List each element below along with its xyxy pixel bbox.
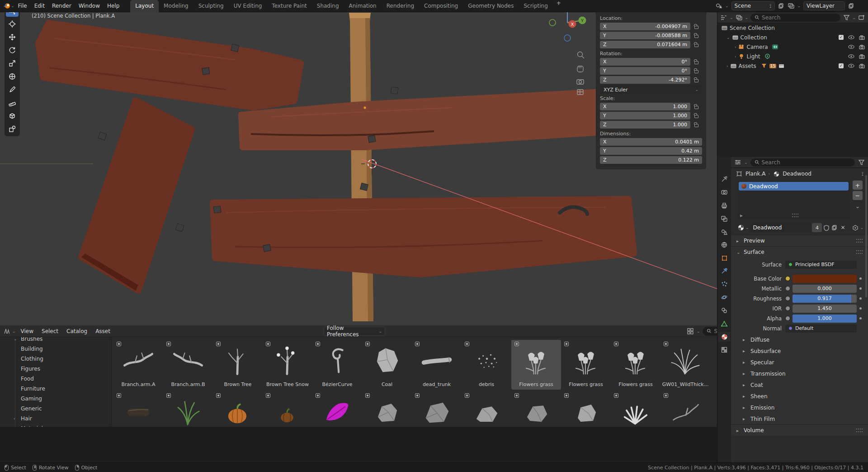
tab-physics[interactable] [718, 292, 730, 302]
section-subsurface[interactable]: ▸Subsurface [731, 345, 868, 357]
chevron-down-icon[interactable]: ⌄ [730, 15, 733, 20]
catalog-hair[interactable]: ›Hair [0, 414, 111, 424]
unlink-button[interactable]: ✕ [839, 224, 846, 231]
add-slot-button[interactable]: + [853, 181, 863, 190]
panel-preview[interactable]: ▸Preview [731, 235, 868, 246]
properties-search[interactable] [750, 158, 855, 167]
lock-icon[interactable] [694, 26, 698, 29]
tab-geometry-nodes[interactable]: Geometry Nodes [463, 0, 519, 12]
tab-sculpting[interactable]: Sculpting [193, 0, 229, 12]
hide-eye-icon[interactable] [848, 53, 854, 60]
asset-tile[interactable] [362, 391, 412, 427]
exclude-checkbox[interactable]: ✓ [839, 63, 844, 68]
asset-tile[interactable] [263, 391, 312, 427]
dimensions-x-field[interactable]: X0.0401 m [600, 138, 702, 146]
dimensions-y-field[interactable]: Y0.42 m [600, 147, 702, 155]
section-thin-film[interactable]: ▸Thin Film [731, 413, 868, 424]
lock-icon[interactable] [694, 115, 698, 118]
menu-window[interactable]: Window [75, 2, 104, 10]
slot-specials-button[interactable]: ⌄ [853, 201, 863, 210]
tab-shading[interactable]: Shading [312, 0, 344, 12]
lock-icon[interactable] [694, 70, 698, 73]
asset-tile[interactable] [113, 391, 163, 427]
outliner-row-camera[interactable]: › Camera [717, 42, 868, 52]
panel-grip[interactable] [856, 250, 863, 254]
lock-icon[interactable] [694, 44, 698, 47]
base-color-swatch[interactable] [793, 275, 857, 283]
chevron-down-icon[interactable]: ⌄ [11, 4, 14, 8]
ior-slider[interactable]: 1.450 [793, 305, 857, 313]
render-visibility-icon[interactable] [859, 62, 865, 69]
panel-grip[interactable] [856, 429, 863, 432]
catalog-furniture[interactable]: Furniture [0, 384, 111, 394]
menu-edit[interactable]: Edit [31, 2, 48, 10]
menu-render[interactable]: Render [48, 2, 75, 10]
tab-material[interactable] [718, 332, 730, 342]
material-name-field[interactable]: Deadwood [750, 223, 811, 232]
expand-icon[interactable]: › [735, 45, 736, 49]
filter-icon[interactable] [858, 159, 865, 166]
panel-surface[interactable]: ⌄Surface [731, 247, 868, 257]
properties-search-input[interactable] [762, 159, 825, 166]
properties-icon[interactable] [734, 159, 741, 166]
hide-eye-icon[interactable] [848, 43, 854, 50]
pin-icon[interactable]: ⟟ [769, 3, 771, 9]
breadcrumb-material[interactable]: Deadwood [783, 171, 811, 177]
alpha-slider[interactable]: 1.000 [793, 315, 857, 323]
scene-name-field[interactable]: Scene⟟ [731, 1, 775, 10]
normal-field[interactable]: Default [785, 324, 857, 333]
asset-tile[interactable] [660, 391, 710, 427]
tab-object[interactable] [718, 253, 730, 263]
tab-scene[interactable] [718, 227, 730, 237]
outliner-search[interactable] [750, 14, 840, 22]
location-z-field[interactable]: Z0.071604 m [600, 41, 690, 48]
transform-tool[interactable] [6, 70, 19, 82]
tab-render[interactable] [718, 187, 730, 197]
chevron-down-icon[interactable]: ⌄ [745, 225, 749, 230]
catalog-building[interactable]: Building [0, 344, 111, 354]
tab-animation[interactable]: Animation [344, 0, 382, 12]
editor-type-icon[interactable] [3, 328, 10, 335]
outliner-row-scene-collection[interactable]: Scene Collection [717, 23, 868, 33]
tab-modifiers[interactable] [718, 266, 730, 276]
section-transmission[interactable]: ▸Transmission [731, 368, 868, 379]
menu-select[interactable]: Select [38, 328, 61, 335]
copy-icon[interactable] [831, 224, 838, 231]
scale-z-field[interactable]: Z1.000 [600, 121, 690, 129]
tab-particles[interactable] [718, 279, 730, 289]
outliner-row-light[interactable]: › Light [717, 52, 868, 61]
display-mode-icon[interactable] [720, 14, 727, 21]
animate-dot-icon[interactable] [859, 287, 862, 290]
rotation-z-field[interactable]: Z-4.292° [600, 76, 690, 84]
dimensions-z-field[interactable]: Z0.122 m [600, 156, 702, 164]
expand-icon[interactable]: ⌄ [726, 35, 730, 40]
copy-icon[interactable] [848, 2, 855, 10]
asset-tile[interactable] [312, 391, 362, 427]
asset-tile[interactable] [611, 391, 660, 427]
expand-icon[interactable]: › [735, 54, 736, 59]
animate-dot-icon[interactable] [859, 297, 862, 300]
tab-output[interactable] [718, 200, 730, 210]
metallic-slider[interactable]: 0.000 [793, 285, 857, 293]
catalog-food[interactable]: Food [0, 374, 111, 384]
rotation-mode-dropdown[interactable]: XYZ Euler⌄ [600, 86, 702, 94]
catalog-material[interactable]: Material [0, 424, 111, 427]
outliner-row-assets[interactable]: › Assets 15 ✓ [717, 61, 868, 71]
users-count-button[interactable]: 4 [812, 223, 822, 232]
panel-grip[interactable] [856, 239, 863, 243]
location-x-field[interactable]: X-0.004907 m [600, 23, 690, 30]
remove-slot-button[interactable]: − [853, 191, 863, 200]
asset-tile[interactable] [462, 391, 511, 427]
lock-icon[interactable] [694, 35, 698, 38]
section-emission[interactable]: ▸Emission [731, 402, 868, 413]
tab-compositing[interactable]: Compositing [419, 0, 463, 12]
lock-icon[interactable] [694, 79, 698, 82]
tab-constraints[interactable] [718, 305, 730, 315]
outliner-row-collection[interactable]: ⌄ Collection ✓ [717, 33, 868, 42]
tab-texture[interactable] [718, 345, 730, 355]
annotate-tool[interactable] [6, 83, 19, 95]
menu-catalog[interactable]: Catalog [63, 328, 90, 335]
panel-volume[interactable]: ▸Volume [731, 425, 868, 436]
animate-dot-icon[interactable] [859, 317, 862, 319]
surface-shader-field[interactable]: Principled BSDF [785, 261, 857, 269]
